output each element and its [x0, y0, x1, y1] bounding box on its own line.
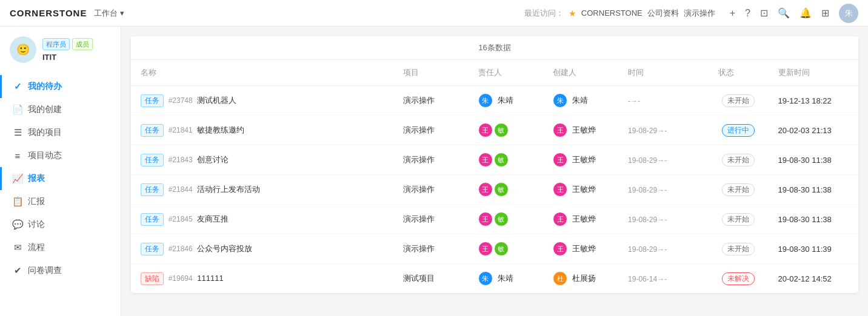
- task-update-time: 19-12-13 18:22: [769, 86, 858, 116]
- chart-icon: 📈: [12, 173, 23, 184]
- time-range: 19-08-29→-: [628, 186, 667, 194]
- table-row: 任务 #21846 公众号内容投放 演示操作 王 敏 王 王敏烨 19-08-2…: [131, 234, 858, 264]
- sidebar-item-reports[interactable]: 📈 报表: [0, 167, 121, 190]
- task-creator: 王 王敏烨: [543, 145, 618, 175]
- sidebar-item-my-todo[interactable]: ✓ 我的待办: [0, 75, 121, 98]
- task-time: -→-: [618, 86, 708, 116]
- col-header-name: 名称: [131, 60, 393, 86]
- task-id: #21843: [169, 156, 193, 164]
- col-header-assignee: 责任人: [469, 60, 544, 86]
- task-project: 演示操作: [393, 205, 469, 234]
- assignee-avatars: 王 敏: [478, 242, 534, 256]
- data-count: 16条数据: [131, 36, 858, 60]
- creator-avatar: 杜: [553, 271, 567, 286]
- creator-name: 朱靖: [572, 95, 588, 106]
- sidebar-item-label: 我的项目: [28, 127, 62, 138]
- sidebar-item-workflow[interactable]: ✉ 流程: [0, 236, 121, 259]
- task-name[interactable]: 测试机器人: [197, 96, 236, 105]
- status-badge: 未开始: [722, 213, 755, 226]
- time-range: -→-: [628, 97, 640, 105]
- check-square-icon: ✔: [12, 265, 23, 276]
- assignee-person: 朱 朱靖: [478, 271, 534, 286]
- task-name[interactable]: 公众号内容投放: [197, 244, 252, 253]
- task-update-time: 20-02-03 21:13: [769, 116, 858, 145]
- assignee-person: 朱 朱靖: [478, 93, 534, 108]
- task-assignee: 朱 朱靖: [469, 264, 544, 294]
- search-icon[interactable]: 🔍: [778, 7, 790, 19]
- task-type-badge: 任务: [141, 154, 164, 166]
- creator-name: 王敏烨: [572, 243, 596, 254]
- assignee-avatars: 王 敏: [478, 123, 534, 137]
- task-id: #21844: [169, 185, 193, 194]
- col-header-creator: 创建人: [543, 60, 618, 86]
- role-tag-programmer: 程序员: [42, 38, 70, 50]
- sidebar: 🙂 程序员 成员 ITIT ✓ 我的待办 📄 我的创建 ☰ 我的项目: [0, 27, 121, 316]
- user-avatar[interactable]: 朱: [839, 4, 858, 23]
- time-range: 19-06-14→-: [628, 275, 667, 283]
- main-layout: 🙂 程序员 成员 ITIT ✓ 我的待办 📄 我的创建 ☰ 我的项目: [0, 27, 868, 316]
- creator-avatar: 朱: [553, 93, 567, 108]
- recent-item-2[interactable]: 公司资料: [647, 8, 679, 19]
- task-status: 未开始: [709, 145, 769, 175]
- table-header-row: 名称 项目 责任人 创建人 时间 状态 更新时间: [131, 60, 858, 86]
- task-creator: 王 王敏烨: [543, 116, 618, 145]
- task-status: 进行中: [709, 116, 769, 145]
- table-row: 任务 #21844 活动行上发布活动 演示操作 王 敏 王 王敏烨 19-08-…: [131, 175, 858, 205]
- creator-name: 杜展扬: [572, 273, 596, 284]
- sidebar-item-label: 汇报: [28, 196, 45, 207]
- creator-person: 王 王敏烨: [553, 212, 609, 226]
- assignee-avatar-2: 敏: [494, 153, 509, 167]
- document-icon: 📄: [12, 104, 23, 115]
- sidebar-item-discussion[interactable]: 💬 讨论: [0, 213, 121, 236]
- screen-icon[interactable]: ⊡: [760, 7, 768, 19]
- recent-item-1[interactable]: CORNERSTONE: [581, 8, 643, 18]
- task-creator: 王 王敏烨: [543, 175, 618, 205]
- assignee-avatars: 王 敏: [478, 212, 534, 226]
- sidebar-item-survey[interactable]: ✔ 问卷调查: [0, 259, 121, 282]
- task-name[interactable]: 创意讨论: [197, 155, 229, 164]
- app-logo: CORNERSTONE: [10, 8, 87, 18]
- status-badge: 进行中: [722, 124, 755, 137]
- task-type-badge: 任务: [141, 94, 164, 107]
- assignee-avatar-2: 敏: [494, 123, 509, 137]
- task-creator: 杜 杜展扬: [543, 264, 618, 294]
- assignee-avatar-1: 王: [478, 182, 493, 197]
- grid-icon[interactable]: ⊞: [821, 7, 829, 19]
- task-name[interactable]: 友商互推: [197, 214, 229, 223]
- creator-name: 王敏烨: [572, 184, 596, 195]
- task-name[interactable]: 敏捷教练邀约: [197, 125, 244, 134]
- task-project: 演示操作: [393, 145, 469, 175]
- sidebar-item-my-created[interactable]: 📄 我的创建: [0, 98, 121, 121]
- status-badge: 未开始: [722, 154, 755, 166]
- help-icon[interactable]: ?: [745, 8, 750, 19]
- assignee-avatar-2: 敏: [494, 242, 509, 256]
- task-name[interactable]: 活动行上发布活动: [197, 185, 260, 194]
- avatar: 🙂: [10, 36, 36, 63]
- task-time: 19-06-14→-: [618, 264, 708, 294]
- sidebar-item-my-projects[interactable]: ☰ 我的项目: [0, 121, 121, 144]
- assignee-avatars: 王 敏: [478, 182, 534, 197]
- add-icon[interactable]: +: [730, 8, 735, 19]
- main-content: 16条数据 名称 项目 责任人 创建人 时间 状态 更新时间 任务 #23748: [121, 27, 868, 316]
- sidebar-item-label: 讨论: [28, 219, 45, 230]
- recent-label: 最近访问：: [524, 8, 564, 19]
- task-status: 未开始: [709, 234, 769, 264]
- top-navigation: CORNERSTONE 工作台 ▾ 最近访问： ★ CORNERSTONE 公司…: [0, 0, 868, 27]
- assignee-avatar: 朱: [478, 93, 493, 108]
- creator-person: 王 王敏烨: [553, 182, 609, 197]
- sidebar-item-report[interactable]: 📋 汇报: [0, 190, 121, 213]
- task-assignee: 王 敏: [469, 145, 544, 175]
- task-name[interactable]: 111111: [197, 274, 223, 283]
- sidebar-item-project-activity[interactable]: ≡ 项目动态: [0, 144, 121, 167]
- task-assignee: 王 敏: [469, 205, 544, 234]
- creator-person: 王 王敏烨: [553, 153, 609, 167]
- task-name-cell: 任务 #21841 敏捷教练邀约: [131, 116, 393, 145]
- assignee-name: 朱靖: [498, 273, 513, 284]
- workbench-menu[interactable]: 工作台 ▾: [94, 8, 124, 19]
- creator-name: 王敏烨: [572, 154, 596, 165]
- creator-name: 王敏烨: [572, 125, 596, 136]
- mail-icon: ✉: [12, 242, 23, 253]
- recent-item-3[interactable]: 演示操作: [684, 8, 715, 19]
- bell-icon[interactable]: 🔔: [800, 7, 812, 19]
- profile-tags: 程序员 成员: [42, 38, 93, 50]
